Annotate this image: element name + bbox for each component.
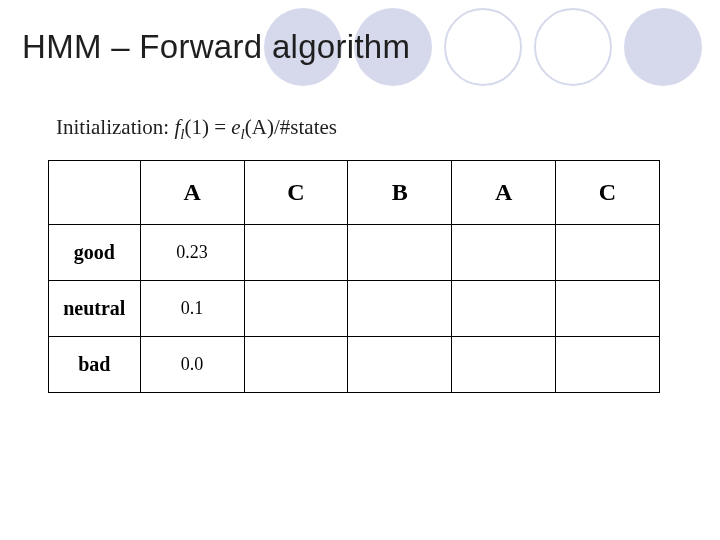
formula-lhs-arg: (1) = (184, 115, 231, 139)
row-label: neutral (49, 281, 141, 337)
column-header: C (244, 161, 348, 225)
formula-rhs-func: e (231, 115, 240, 139)
initialization-formula: Initialization: fl(1) = el(A)/#states (56, 115, 337, 143)
table-cell: 0.0 (140, 337, 244, 393)
table-cell (452, 281, 556, 337)
table-cell (452, 225, 556, 281)
table-header-row: A C B A C (49, 161, 660, 225)
table-cell (348, 281, 452, 337)
table-cell (244, 281, 348, 337)
circle-icon (624, 8, 702, 86)
column-header: B (348, 161, 452, 225)
table-cell (244, 337, 348, 393)
table-cell (556, 337, 660, 393)
column-header: C (556, 161, 660, 225)
page-title: HMM – Forward algorithm (22, 28, 410, 66)
column-header: A (140, 161, 244, 225)
table-cell: 0.23 (140, 225, 244, 281)
row-label: good (49, 225, 141, 281)
circle-icon (534, 8, 612, 86)
row-label: bad (49, 337, 141, 393)
forward-table: A C B A C good 0.23 neutral 0.1 bad 0.0 (48, 160, 660, 393)
table-row: good 0.23 (49, 225, 660, 281)
formula-rhs-arg: (A)/#states (245, 115, 337, 139)
table-row: bad 0.0 (49, 337, 660, 393)
table-cell (452, 337, 556, 393)
table-row: neutral 0.1 (49, 281, 660, 337)
data-table: A C B A C good 0.23 neutral 0.1 bad 0.0 (48, 160, 660, 393)
formula-prefix: Initialization: (56, 115, 174, 139)
column-header: A (452, 161, 556, 225)
table-cell (244, 225, 348, 281)
table-cell: 0.1 (140, 281, 244, 337)
table-cell (348, 337, 452, 393)
table-corner-cell (49, 161, 141, 225)
table-cell (556, 225, 660, 281)
table-cell (556, 281, 660, 337)
table-cell (348, 225, 452, 281)
circle-icon (444, 8, 522, 86)
